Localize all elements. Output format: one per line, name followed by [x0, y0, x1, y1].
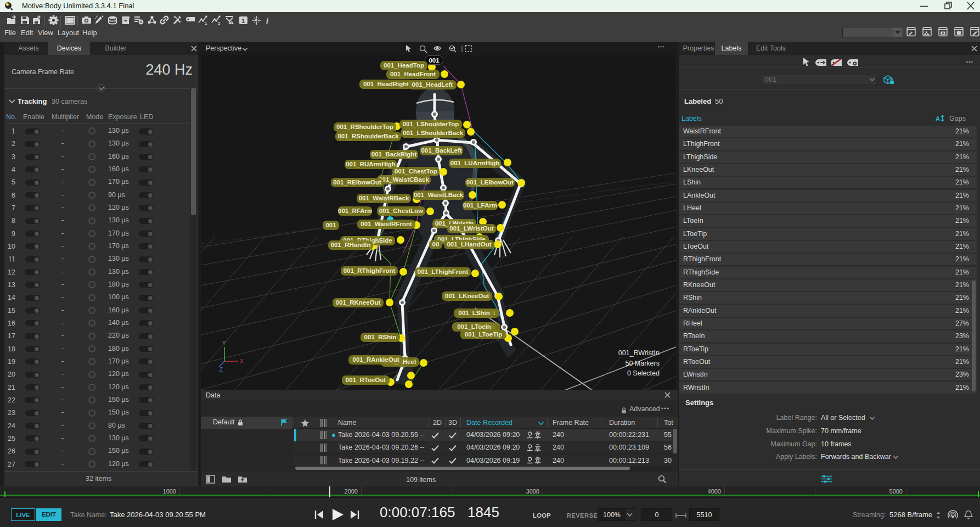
svg-text:i: i [266, 16, 269, 25]
svg-text:1: 1 [241, 18, 245, 24]
svg-text:Z: Z [219, 367, 223, 373]
svg-text:!: ! [230, 20, 232, 24]
svg-text:2: 2 [218, 21, 221, 26]
svg-text:Y: Y [222, 340, 226, 346]
svg-text:1: 1 [205, 21, 207, 26]
svg-text:A: A [936, 115, 940, 122]
svg-text:X: X [240, 358, 244, 365]
